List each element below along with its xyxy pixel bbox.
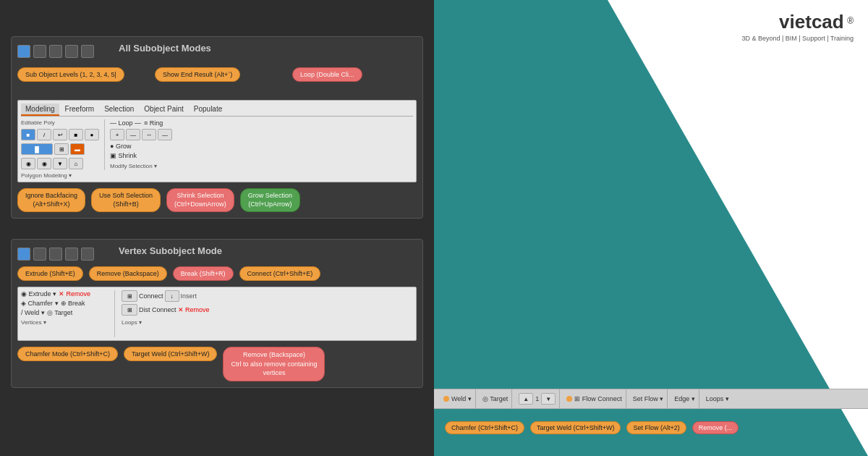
rb-icon3[interactable]: ↩	[53, 129, 67, 140]
loops-toolbar-label: Loops ▾	[706, 395, 729, 402]
bottom-section-title: Vertex Subobject Mode	[97, 245, 222, 256]
tab-populate[interactable]: Populate	[190, 104, 226, 116]
shrink-label: ▣ Shrink	[110, 152, 137, 159]
weld-label: Weld ▾	[451, 395, 472, 402]
target-weld-pill: Target Weld (Ctrl+Shift+W)	[124, 347, 217, 361]
weld-toolbar-item: Weld ▾	[440, 389, 476, 408]
remove-right-pill: Remove (...	[692, 421, 739, 434]
tab-modeling[interactable]: Modeling	[21, 104, 59, 116]
icon-cube	[65, 45, 78, 58]
modify-selection-label: Modify Selection ▾	[110, 163, 197, 169]
rb-icon2[interactable]: /	[37, 129, 51, 140]
icon-vertex	[17, 45, 30, 58]
chamfer-mode-pill: Chamfer Mode (Ctrl+Shift+C)	[17, 347, 118, 361]
edge-item: Edge ▾	[671, 389, 699, 408]
remove-rb-label: ✕ Remove	[59, 290, 90, 297]
loop-btn3[interactable]: ↔	[142, 129, 156, 140]
rb-icon7[interactable]: ⊞	[54, 143, 69, 155]
ring-label: ≡ Ring	[144, 119, 163, 127]
extrude-pill: Extrude (Shift+E)	[17, 266, 83, 281]
loop-btn2[interactable]: —	[126, 129, 140, 140]
chamfer-right-pill: Chamfer (Ctrl+Shift+C)	[445, 421, 524, 434]
vietcad-logo: vietcad ® 3D & Beyond | BIM | Support | …	[741, 11, 854, 42]
rb-icon8[interactable]: ▬	[70, 143, 85, 155]
rb-icon11[interactable]: ▼	[53, 158, 67, 169]
flow-dot	[566, 396, 572, 402]
bottom-section: Vertex Subobject Mode Extrude (Shift+E) …	[11, 239, 423, 388]
num-value: 1	[535, 395, 539, 402]
tab-object-paint[interactable]: Object Paint	[140, 104, 187, 116]
loop-pill: Loop (Double Cli...	[292, 67, 362, 82]
remove-rb2-label: ✕ Remove	[178, 306, 210, 313]
remove-pill: Remove (Backspace)	[89, 266, 167, 281]
toolbar-strip: Weld ▾ ◎ Target ▲ 1 ▼ ⊞ Flow Connect Set…	[434, 389, 868, 409]
rb-icon6[interactable]: ▐▌	[21, 143, 53, 155]
show-end-pill: Show End Result (Alt+`)	[155, 67, 240, 82]
left-panel: All Subobject Modes Sub Object Levels (1…	[0, 0, 434, 456]
icon-sphere	[81, 45, 94, 58]
sub-object-pill: Sub Object Levels (1, 2, 3, 4, 5|	[17, 67, 124, 82]
flow-connect-item: ⊞ Flow Connect	[563, 389, 626, 408]
target-weld-right-pill: Target Weld (Ctrl+Shift+W)	[530, 421, 621, 434]
insert-btn[interactable]: ↓	[165, 290, 179, 302]
extrude-rb-label: ◉ Extrude ▾	[21, 290, 56, 297]
rb-icon1[interactable]: ■	[21, 129, 35, 140]
set-flow-item: Set Flow ▾	[629, 389, 668, 408]
right-bottom-pills: Chamfer (Ctrl+Shift+C) Target Weld (Ctrl…	[434, 421, 868, 434]
weld-dot	[443, 396, 449, 402]
break-rb-label: ⊕ Break	[61, 300, 85, 307]
rb-icon4[interactable]: ■	[69, 129, 83, 140]
rb-icon10[interactable]: ◉	[37, 158, 51, 169]
num-btn[interactable]: ▲	[519, 393, 533, 405]
weld-rb-label: / Weld ▾	[21, 309, 45, 316]
vertex-icon2	[33, 248, 46, 261]
rb-icon12[interactable]: ⌂	[69, 158, 83, 169]
loops-label: Loops ▾	[122, 319, 210, 326]
vertex-icon	[17, 248, 30, 261]
polygon-modeling-label: Polygon Modeling ▾	[21, 172, 99, 179]
edge-label: Edge ▾	[674, 395, 695, 402]
tab-selection[interactable]: Selection	[100, 104, 138, 116]
connect-grid-btn[interactable]: ⊞	[122, 290, 137, 302]
remove-backspace-pill: Remove (Backspace) Ctrl to also remove c…	[223, 347, 325, 381]
vertices-label: Vertices ▾	[21, 319, 108, 326]
ribbon-tabs: Modeling Freeform Selection Object Paint…	[21, 104, 413, 117]
target-toolbar-item: ◎ Target	[479, 389, 512, 408]
ribbon-area-top: Modeling Freeform Selection Object Paint…	[17, 100, 417, 182]
set-flow-right-pill: Set Flow (Alt+2)	[626, 421, 686, 434]
dist-connect-btn[interactable]: ⊞	[122, 304, 137, 316]
ribbon-area-vertex: ◉ Extrude ▾ ✕ Remove ◈ Chamfer ▾ ⊕ Break…	[17, 287, 417, 341]
loop-btn4[interactable]: —	[158, 129, 172, 140]
loops-toolbar-item: Loops ▾	[702, 389, 733, 408]
chamfer-rb-label: ◈ Chamfer ▾	[21, 300, 59, 307]
icon-edge	[33, 45, 46, 58]
rb-icon9[interactable]: ◉	[21, 158, 35, 169]
rb-icon5[interactable]: ●	[85, 129, 99, 140]
set-flow-label: Set Flow ▾	[633, 395, 664, 402]
vertex-icon5	[81, 248, 94, 261]
target-label: ◎ Target	[482, 395, 508, 402]
vertex-icon4	[65, 248, 78, 261]
vertex-icon3	[49, 248, 62, 261]
num-toolbar-item: ▲ 1 ▼	[515, 389, 560, 408]
num-btn2[interactable]: ▼	[541, 393, 556, 405]
connect-rb-label: Connect	[139, 292, 163, 300]
soft-selection-pill: Use Soft Selection (Shift+B)	[91, 188, 161, 212]
shrink-selection-pill: Shrink Selection (Ctrl+DownArrow)	[166, 188, 234, 212]
ignore-backfacing-pill: Ignore Backfacing (Alt+Shift+X)	[17, 188, 85, 212]
top-section-title: All Subobject Modes	[97, 43, 211, 54]
right-panel: ▲ AUTODESK Gold Partner vietcad ® 3D & B…	[434, 0, 868, 456]
flow-connect-label: ⊞ Flow Connect	[574, 395, 622, 402]
insert-label: Insert	[181, 292, 197, 300]
dist-connect-label: Dist Connect	[139, 306, 176, 313]
loop-label: — Loop —	[110, 119, 141, 127]
vietcad-reg: ®	[847, 16, 854, 26]
vietcad-name: vietcad	[779, 11, 844, 33]
grow-label: ● Grow	[110, 143, 131, 150]
target-rb-label: ◎ Target	[47, 309, 72, 316]
loop-btn1[interactable]: +	[110, 129, 124, 140]
vietcad-tagline: 3D & Beyond | BIM | Support | Training	[741, 35, 854, 42]
tab-freeform[interactable]: Freeform	[61, 104, 99, 116]
editable-poly-label: Editable Poly	[21, 119, 99, 126]
icon-undo	[49, 45, 62, 58]
